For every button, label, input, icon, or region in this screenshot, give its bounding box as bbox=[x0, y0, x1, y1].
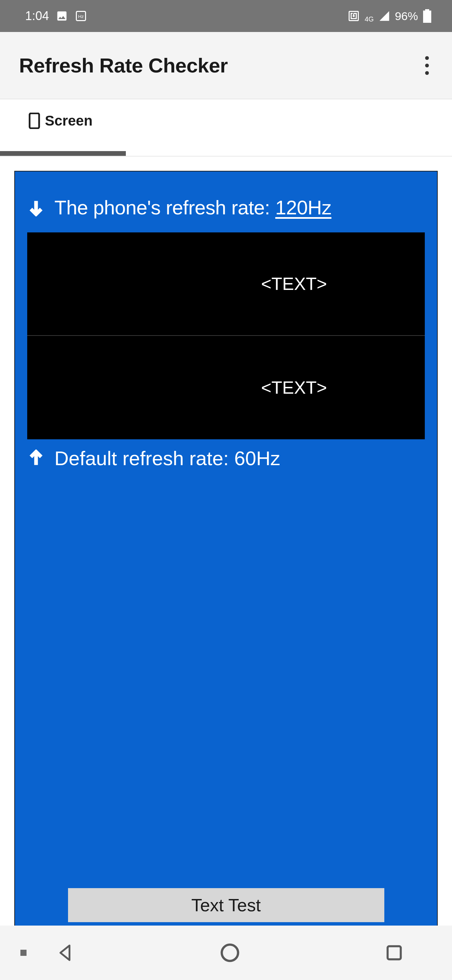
status-bar: 1:04 Hz 4G 96% bbox=[0, 0, 452, 32]
svg-rect-6 bbox=[388, 946, 401, 959]
status-time: 1:04 bbox=[25, 9, 49, 23]
svg-rect-4 bbox=[30, 113, 39, 128]
recent-apps-button[interactable] bbox=[384, 943, 404, 963]
more-options-button[interactable] bbox=[418, 49, 436, 82]
text-placeholder-1: <TEXT> bbox=[27, 232, 425, 336]
svg-point-5 bbox=[222, 945, 238, 961]
battery-percent: 96% bbox=[395, 10, 418, 23]
phone-icon bbox=[29, 113, 40, 129]
default-rate-row: Default refresh rate: 60Hz bbox=[27, 439, 425, 469]
text-test-button[interactable]: Text Test bbox=[68, 888, 384, 922]
tab-indicator bbox=[0, 151, 126, 156]
arrow-down-icon bbox=[27, 199, 45, 216]
nfc-icon bbox=[347, 10, 360, 22]
text-placeholder-2: <TEXT> bbox=[27, 336, 425, 439]
phone-rate-value: 120Hz bbox=[275, 196, 331, 218]
phone-rate-text: The phone's refresh rate: 120Hz bbox=[54, 196, 331, 219]
black-panels: <TEXT> <TEXT> bbox=[27, 232, 425, 439]
image-icon bbox=[56, 10, 68, 22]
placeholder1-label: <TEXT> bbox=[261, 274, 327, 294]
app-title: Refresh Rate Checker bbox=[19, 54, 228, 77]
signal-icon bbox=[379, 10, 390, 22]
network-label: 4G bbox=[365, 15, 374, 23]
phone-rate-prefix: The phone's refresh rate: bbox=[54, 196, 275, 218]
system-nav-bar bbox=[0, 926, 452, 980]
app-bar: Refresh Rate Checker bbox=[0, 32, 452, 99]
status-right: 4G 96% bbox=[347, 9, 431, 23]
svg-rect-2 bbox=[423, 11, 431, 23]
svg-rect-3 bbox=[425, 9, 429, 11]
tab-screen-label: Screen bbox=[45, 113, 92, 129]
back-button[interactable] bbox=[54, 942, 76, 964]
arrow-up-icon bbox=[27, 450, 45, 467]
phone-rate-row: The phone's refresh rate: 120Hz bbox=[27, 172, 425, 232]
tab-screen[interactable]: Screen bbox=[0, 99, 103, 156]
hz-icon: Hz bbox=[75, 10, 87, 22]
status-left: 1:04 Hz bbox=[25, 9, 87, 23]
main-card: The phone's refresh rate: 120Hz <TEXT> <… bbox=[14, 171, 438, 980]
home-button[interactable] bbox=[219, 942, 241, 964]
tab-bar: Screen bbox=[0, 99, 452, 156]
placeholder2-label: <TEXT> bbox=[261, 377, 327, 398]
svg-text:Hz: Hz bbox=[78, 14, 84, 19]
default-rate-text: Default refresh rate: 60Hz bbox=[54, 447, 280, 469]
nav-small-square bbox=[21, 950, 27, 956]
battery-icon bbox=[423, 9, 431, 23]
